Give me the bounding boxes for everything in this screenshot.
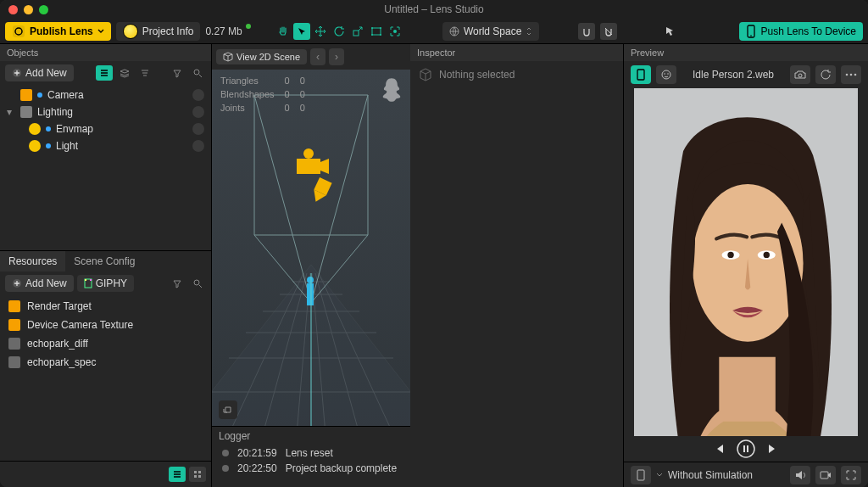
viewport-reset-button[interactable] (219, 400, 237, 419)
log-dot-icon (222, 465, 229, 472)
svg-point-18 (194, 280, 199, 285)
enabled-dot-icon (46, 143, 51, 148)
visibility-toggle[interactable] (192, 106, 204, 118)
tree-row-light[interactable]: Light (0, 137, 211, 154)
resources-add-new-button[interactable]: Add New (5, 275, 74, 292)
record-button[interactable] (815, 466, 836, 484)
grid-view-button[interactable] (189, 467, 206, 482)
more-button[interactable] (841, 65, 861, 84)
device-preview-button[interactable] (631, 65, 651, 84)
face-preview-button[interactable] (656, 65, 676, 84)
simulation-select[interactable]: Without Simulation (668, 469, 785, 481)
log-time: 20:21:59 (237, 447, 277, 459)
preview-viewport[interactable] (634, 88, 858, 436)
viewport-next-button[interactable]: › (329, 48, 344, 65)
project-info-icon (123, 24, 138, 39)
fullscreen-button[interactable] (841, 466, 861, 484)
svg-rect-41 (637, 70, 644, 80)
cube-icon (419, 68, 432, 81)
window-minimize-button[interactable] (24, 5, 33, 14)
viewport-prev-button[interactable]: ‹ (310, 48, 326, 65)
plus-circle-icon (12, 68, 22, 78)
snap-button-b[interactable] (600, 23, 617, 40)
inspector-empty-state: Nothing selected (410, 61, 623, 88)
search-icon[interactable] (189, 65, 206, 81)
svg-rect-0 (13, 25, 25, 37)
project-info-button[interactable]: Project Info (116, 22, 201, 41)
next-button[interactable] (767, 443, 779, 455)
log-message: Lens reset (286, 447, 333, 459)
svg-rect-22 (198, 475, 201, 478)
resource-row[interactable]: Device Camera Texture (0, 316, 211, 334)
world-space-select[interactable]: World Space (442, 22, 539, 41)
visibility-toggle[interactable] (192, 140, 204, 152)
prev-button[interactable] (713, 443, 725, 455)
scale-tool-button[interactable] (349, 23, 366, 40)
view-2d-scene-button[interactable]: View 2D Scene (216, 49, 307, 64)
push-to-device-label: Push Lens To Device (760, 25, 856, 37)
tree-label: Lighting (37, 106, 73, 118)
log-row[interactable]: 20:21:59Lens reset (212, 445, 410, 461)
device-select-button[interactable] (631, 466, 651, 484)
filter-icon[interactable] (169, 65, 186, 81)
svg-point-47 (850, 74, 853, 76)
window-close-button[interactable] (8, 5, 18, 14)
view-2d-scene-label: View 2D Scene (236, 52, 300, 62)
svg-point-55 (737, 440, 754, 457)
resource-row[interactable]: echopark_spec (0, 353, 211, 372)
resource-row[interactable]: echopark_diff (0, 334, 211, 353)
move-tool-button[interactable] (312, 23, 329, 40)
log-row[interactable]: 20:22:50Project backup complete (212, 461, 410, 476)
visibility-toggle[interactable] (192, 89, 204, 101)
image-icon (8, 356, 20, 368)
status-dot-icon (246, 24, 251, 29)
hierarchy-view-button[interactable] (96, 65, 113, 81)
objects-tree: Camera ▾ Lighting Envmap (0, 85, 211, 250)
svg-point-5 (380, 27, 381, 29)
tree-row-envmap[interactable]: Envmap (0, 120, 211, 137)
svg-rect-3 (372, 28, 381, 35)
snap-button-a[interactable] (578, 23, 595, 40)
svg-point-42 (662, 70, 670, 79)
svg-point-46 (846, 74, 849, 76)
resource-row[interactable]: Render Target (0, 297, 211, 316)
chevron-down-icon[interactable] (656, 472, 663, 479)
push-to-device-button[interactable]: Push Lens To Device (739, 22, 863, 41)
focus-tool-button[interactable] (387, 23, 403, 40)
sort-button[interactable] (136, 65, 153, 81)
expand-toggle-icon[interactable]: ▾ (7, 106, 15, 118)
rotate-tool-button[interactable] (331, 23, 348, 40)
refresh-button[interactable] (815, 65, 836, 84)
tab-resources[interactable]: Resources (0, 251, 65, 271)
audio-button[interactable] (790, 466, 810, 484)
svg-rect-20 (198, 471, 201, 473)
objects-add-new-button[interactable]: Add New (5, 64, 74, 81)
cursor-button[interactable] (661, 23, 678, 40)
pan-tool-button[interactable] (275, 23, 292, 40)
playback-controls (624, 436, 868, 462)
filter-icon[interactable] (169, 276, 186, 291)
giphy-button[interactable]: GIPHY (77, 275, 134, 292)
publish-lens-button[interactable]: Publish Lens (5, 22, 111, 41)
window-maximize-button[interactable] (39, 5, 48, 14)
phone-icon (746, 25, 756, 38)
rect-tool-button[interactable] (368, 23, 385, 40)
visibility-toggle[interactable] (192, 123, 204, 135)
log-dot-icon (222, 450, 229, 456)
layers-button[interactable] (116, 65, 133, 81)
tree-label: Camera (47, 89, 84, 101)
pause-button[interactable] (737, 439, 755, 458)
titlebar: Untitled – Lens Studio (0, 0, 868, 19)
list-view-button[interactable] (169, 467, 186, 482)
viewport-3d[interactable]: Triangles00 Blendshapes00 Joints00 (212, 70, 410, 426)
capture-button[interactable] (790, 65, 810, 84)
publish-lens-label: Publish Lens (30, 25, 93, 37)
tree-row-camera[interactable]: Camera (0, 87, 211, 104)
tree-row-lighting[interactable]: ▾ Lighting (0, 104, 211, 120)
svg-point-11 (751, 35, 753, 36)
resources-add-new-label: Add New (25, 277, 67, 289)
select-tool-button[interactable] (293, 23, 310, 40)
tab-scene-config[interactable]: Scene Config (65, 251, 143, 271)
search-icon[interactable] (189, 276, 206, 291)
inspector-panel-title: Inspector (410, 44, 623, 61)
